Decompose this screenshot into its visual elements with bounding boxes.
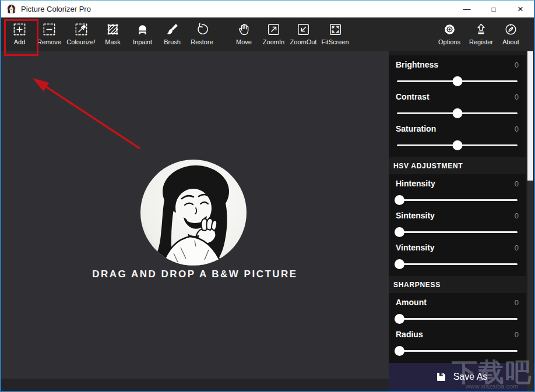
inpaint-icon bbox=[135, 22, 150, 37]
slider-track[interactable] bbox=[396, 108, 519, 119]
slider-track[interactable] bbox=[396, 313, 519, 325]
app-logo-icon bbox=[6, 4, 16, 14]
toolbar: Add Remove Colourize! bbox=[1, 17, 534, 51]
toolbar-button-options[interactable]: Options bbox=[432, 20, 466, 45]
brush-icon bbox=[164, 22, 180, 37]
toolbar-button-zoomin[interactable]: ZoomIn bbox=[259, 20, 288, 45]
add-icon bbox=[12, 22, 27, 37]
slider-value: 0 bbox=[515, 125, 519, 133]
panel-scrollbar[interactable] bbox=[527, 51, 533, 391]
slider-track[interactable] bbox=[396, 227, 519, 238]
toolbar-button-remove[interactable]: Remove bbox=[34, 20, 64, 45]
toolbar-label: Mask bbox=[105, 38, 120, 45]
slider-thumb[interactable] bbox=[452, 108, 462, 118]
slider-value: 0 bbox=[515, 243, 519, 252]
toolbar-label: Brush bbox=[164, 38, 181, 45]
slider-value: 0 bbox=[515, 61, 519, 69]
hsv-adjustment-group: Hintensity 0 Sintensity 0 bbox=[389, 174, 526, 276]
slider-value: 0 bbox=[515, 93, 519, 101]
zoom-out-icon bbox=[295, 22, 311, 37]
toolbar-right-group: Options Register bbox=[432, 20, 526, 45]
slider-label: Sintensity bbox=[396, 211, 435, 220]
save-floppy-icon bbox=[435, 371, 447, 383]
slider-thumb[interactable] bbox=[452, 140, 462, 150]
toolbar-button-colourize[interactable]: Colourize! bbox=[64, 20, 98, 45]
toolbar-button-add[interactable]: Add bbox=[5, 20, 34, 45]
compass-icon bbox=[503, 22, 519, 37]
slider-label: Amount bbox=[396, 298, 427, 307]
minimize-button[interactable]: — bbox=[453, 1, 480, 17]
window-title: Picture Colorizer Pro bbox=[21, 5, 91, 13]
toolbar-button-fitscreen[interactable]: FitScreen bbox=[318, 20, 352, 45]
tutorial-arrow bbox=[1, 51, 176, 168]
slider-value: 0 bbox=[515, 298, 519, 307]
section-header-sharpness: SHARPNESS bbox=[389, 276, 526, 293]
register-arrow-icon bbox=[473, 22, 489, 37]
zoom-in-icon bbox=[266, 22, 281, 37]
slider-label: Radius bbox=[396, 330, 423, 339]
app-window: Picture Colorizer Pro — □ × Add Remove bbox=[0, 0, 535, 392]
toolbar-button-register[interactable]: Register bbox=[466, 20, 496, 45]
toolbar-button-zoomout[interactable]: ZoomOut bbox=[288, 20, 318, 45]
toolbar-label: Inpaint bbox=[133, 38, 152, 45]
mask-icon bbox=[105, 22, 121, 37]
toolbar-button-about[interactable]: About bbox=[496, 20, 526, 45]
slider-track[interactable] bbox=[396, 140, 519, 151]
slider-track[interactable] bbox=[396, 195, 519, 206]
drop-hint-text: DRAG AND DROP A B&W PICTURE bbox=[1, 269, 389, 280]
canvas-bottom-strip bbox=[1, 379, 389, 391]
move-hand-icon bbox=[236, 22, 252, 37]
slider-track[interactable] bbox=[396, 345, 519, 357]
toolbar-label: ZoomIn bbox=[263, 38, 284, 45]
slider-thumb[interactable] bbox=[395, 259, 404, 269]
slider-value: 0 bbox=[515, 330, 519, 339]
sample-bw-picture bbox=[140, 159, 247, 266]
toolbar-label: Remove bbox=[37, 38, 61, 45]
save-as-button[interactable]: Save As bbox=[389, 363, 534, 391]
slider-value: 0 bbox=[515, 179, 519, 188]
restore-icon bbox=[194, 22, 210, 37]
slider-label: Brightness bbox=[396, 60, 438, 69]
toolbar-label: Colourize! bbox=[66, 38, 96, 45]
colourize-icon bbox=[73, 22, 89, 37]
toolbar-label: Options bbox=[438, 38, 460, 45]
slider-thumb[interactable] bbox=[395, 195, 404, 205]
slider-thumb[interactable] bbox=[395, 227, 404, 237]
slider-track[interactable] bbox=[396, 76, 519, 87]
save-as-label: Save As bbox=[453, 372, 488, 382]
toolbar-label: ZoomOut bbox=[290, 38, 317, 45]
slider-brightness: Brightness 0 bbox=[396, 60, 519, 92]
slider-thumb[interactable] bbox=[395, 314, 404, 324]
slider-label: Hintensity bbox=[396, 179, 435, 188]
slider-thumb[interactable] bbox=[452, 76, 462, 86]
toolbar-button-move[interactable]: Move bbox=[229, 20, 259, 45]
slider-saturation: Saturation 0 bbox=[396, 124, 519, 156]
toolbar-button-brush[interactable]: Brush bbox=[157, 20, 187, 45]
toolbar-label: FitScreen bbox=[321, 38, 349, 45]
slider-label: Saturation bbox=[396, 124, 436, 133]
maximize-button[interactable]: □ bbox=[480, 1, 507, 17]
slider-thumb[interactable] bbox=[395, 346, 404, 356]
window-controls: — □ × bbox=[453, 1, 534, 17]
basic-adjustment-group: Brightness 0 Contrast 0 bbox=[389, 55, 526, 157]
title-bar: Picture Colorizer Pro — □ × bbox=[1, 1, 534, 17]
remove-icon bbox=[41, 22, 57, 37]
toolbar-button-restore[interactable]: Restore bbox=[187, 20, 217, 45]
close-button[interactable]: × bbox=[507, 1, 534, 17]
adjustment-panel: Brightness 0 Contrast 0 bbox=[389, 51, 534, 391]
fit-screen-icon bbox=[328, 22, 343, 37]
slider-radius: Radius 0 bbox=[396, 330, 519, 362]
slider-amount: Amount 0 bbox=[396, 298, 519, 330]
toolbar-button-mask[interactable]: Mask bbox=[98, 20, 128, 45]
scrollbar-thumb[interactable] bbox=[527, 51, 533, 181]
image-canvas[interactable]: DRAG AND DROP A B&W PICTURE bbox=[1, 51, 389, 391]
slider-sintensity: Sintensity 0 bbox=[396, 211, 519, 243]
toolbar-label: Restore bbox=[191, 38, 213, 45]
gear-icon bbox=[442, 22, 457, 37]
section-header-hsv: HSV ADJUSTMENT bbox=[389, 157, 526, 174]
slider-vintensity: Vintensity 0 bbox=[396, 243, 519, 275]
toolbar-button-inpaint[interactable]: Inpaint bbox=[128, 20, 157, 45]
toolbar-label: About bbox=[502, 38, 519, 45]
slider-track[interactable] bbox=[396, 259, 519, 270]
slider-label: Contrast bbox=[396, 92, 430, 101]
